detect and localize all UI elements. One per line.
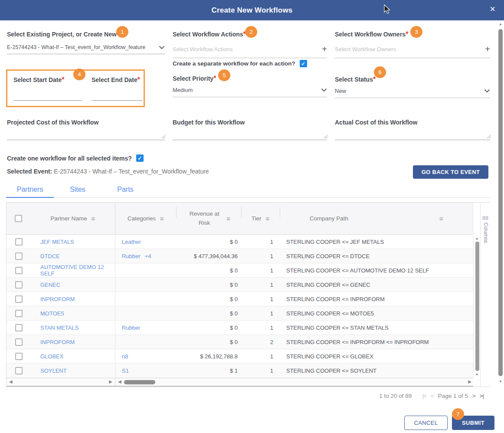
row-checkbox[interactable] [15, 281, 23, 289]
column-menu-icon[interactable]: ≡ [226, 215, 230, 222]
categories-cell [115, 335, 176, 349]
resize-handle-icon[interactable] [161, 134, 166, 139]
step-badge-7: 7 [452, 408, 464, 420]
partner-name-link[interactable]: INPROFORM [31, 292, 115, 306]
partner-name-header: Partner Name ≡ [31, 203, 115, 234]
next-page-icon[interactable]: > [472, 393, 475, 399]
category-link[interactable]: n8 [122, 353, 128, 360]
one-workflow-checkbox[interactable]: ✓ [136, 154, 144, 162]
category-link[interactable]: S1 [122, 367, 129, 374]
partner-name-link[interactable]: DTDCE [31, 249, 115, 263]
categories-cell: Rubber [115, 321, 176, 335]
select-all-checkbox[interactable] [15, 215, 22, 222]
priority-field-group: Select Priority* 5 Medium [173, 73, 327, 82]
category-link[interactable]: Rubber [122, 325, 141, 331]
partner-name-link[interactable]: STAN METALS [31, 321, 115, 335]
scroll-right-icon[interactable]: ▶ [109, 379, 112, 384]
row-checkbox[interactable] [15, 253, 23, 260]
tab-sites[interactable]: Sites [54, 182, 101, 198]
actions-select[interactable]: Select Workflow Actions + [173, 44, 327, 58]
company-path-cell: STERLING COOPER <= AUTOMOTIVE DEMO 12 SE… [280, 263, 473, 277]
start-date-input[interactable] [13, 100, 82, 101]
add-owner-icon[interactable]: + [485, 44, 490, 54]
row-checkbox[interactable] [15, 238, 23, 246]
column-menu-icon[interactable]: ≡ [439, 215, 443, 222]
row-checkbox[interactable] [15, 324, 23, 331]
priority-select[interactable]: Medium [173, 87, 327, 97]
category-link[interactable]: Rubber [122, 253, 141, 259]
first-page-icon[interactable]: |< [422, 393, 426, 399]
owners-placeholder: Select Workflow Owners [335, 46, 485, 52]
row-checkbox[interactable] [15, 338, 23, 346]
project-select[interactable]: E-25744243 - What-If – Test_event_for_Wo… [7, 44, 165, 54]
row-checkbox[interactable] [15, 295, 23, 303]
modal-scrollbar[interactable]: ▲ ▼ [497, 20, 504, 387]
scroll-left-icon[interactable]: ◀ [9, 379, 13, 384]
categories-cell [115, 263, 176, 277]
table-scrollbar-thumb[interactable] [475, 242, 479, 371]
status-select-value: New [335, 88, 481, 94]
scroll-left-icon[interactable]: ◀ [118, 379, 121, 384]
scroll-up-icon[interactable]: ▲ [497, 22, 504, 26]
partner-name-link[interactable]: AUTOMOTIVE DEMO 12 SELF [31, 263, 115, 277]
projected-cost-group: Projected Cost of this Workflow [7, 118, 165, 141]
project-label: Select Existing Project, or Create New [7, 31, 117, 38]
tab-partners[interactable]: Partners [6, 182, 54, 198]
scroll-up-icon[interactable]: ▲ [474, 236, 480, 240]
scroll-right-icon[interactable]: ▶ [468, 379, 471, 384]
row-checkbox[interactable] [15, 353, 23, 360]
end-date-input[interactable] [92, 100, 143, 101]
modal-scrollbar-thumb[interactable] [498, 29, 503, 376]
budget-input[interactable] [173, 140, 327, 140]
tab-parts[interactable]: Parts [101, 182, 149, 198]
tier-cell: 1 [241, 306, 280, 320]
hscroll-thumb[interactable] [124, 380, 155, 384]
owners-required: * [406, 30, 408, 38]
main-horizontal-scrollbar[interactable]: ◀ ▶ [115, 378, 473, 386]
row-checkbox[interactable] [15, 267, 23, 274]
actual-cost-group: Actual Cost of this Workflow [335, 118, 490, 141]
select-all-cell [7, 203, 31, 234]
partner-name-link[interactable]: SOYLENT [31, 364, 115, 377]
go-back-to-event-button[interactable]: GO BACK TO EVENT [413, 165, 488, 179]
separate-workflow-checkbox[interactable]: ✓ [300, 60, 307, 67]
revenue-cell: $ 0 [176, 335, 241, 349]
categories-cell: Rubber+4 [115, 249, 176, 263]
revenue-cell: $ 0 [176, 263, 241, 277]
categories-more-link[interactable]: +4 [145, 253, 151, 259]
scroll-down-icon[interactable]: ▼ [497, 380, 504, 384]
column-menu-icon[interactable]: ≡ [160, 215, 164, 222]
column-menu-icon[interactable]: ≡ [92, 215, 95, 222]
resize-handle-icon[interactable] [324, 134, 328, 139]
row-checkbox-cell [7, 263, 31, 277]
close-icon[interactable]: × [490, 4, 495, 14]
cancel-button[interactable]: CANCEL [404, 416, 448, 430]
company-path-header: Company Path ≡ [280, 203, 473, 234]
projected-cost-input[interactable] [7, 140, 165, 140]
owners-select[interactable]: Select Workflow Owners + [335, 44, 490, 58]
partner-name-link[interactable]: MOTOE5 [31, 306, 115, 320]
prev-page-icon[interactable]: < [431, 393, 434, 399]
step-badge-3: 3 [410, 26, 422, 38]
category-link[interactable]: Leather [122, 239, 141, 245]
column-menu-icon[interactable]: ≡ [265, 215, 269, 222]
row-checkbox[interactable] [15, 310, 23, 317]
partner-name-link[interactable]: INPROFORM [31, 335, 115, 349]
status-select[interactable]: New [335, 88, 490, 98]
actual-cost-input[interactable] [335, 140, 490, 140]
row-checkbox[interactable] [15, 367, 23, 374]
project-select-value: E-25744243 - What-If – Test_event_for_Wo… [7, 44, 155, 50]
add-action-icon[interactable]: + [322, 44, 327, 54]
resize-handle-icon[interactable] [487, 134, 491, 139]
last-page-icon[interactable]: >| [480, 393, 484, 399]
partner-name-link[interactable]: JEF METALS [31, 235, 115, 249]
partner-name-link[interactable]: GLOBEX [31, 349, 115, 363]
columns-panel-tab[interactable]: |||| Columns [480, 203, 491, 387]
categories-header-label: Categories [128, 215, 156, 222]
budget-label: Budget for this Workflow [173, 119, 245, 126]
partner-name-link[interactable]: GENEC [31, 278, 115, 292]
table-vertical-scrollbar[interactable]: ▲ ▼ [473, 235, 480, 378]
pinned-horizontal-scrollbar[interactable]: ◀ ▶ [7, 378, 115, 386]
revenue-cell: $ 0 [176, 306, 241, 320]
scroll-down-icon[interactable]: ▼ [474, 373, 480, 377]
